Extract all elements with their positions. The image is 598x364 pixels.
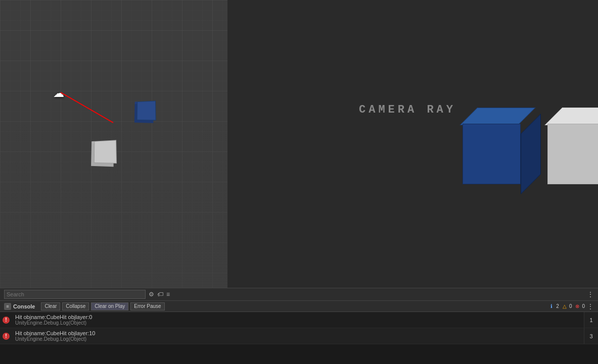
warning-icon: △ — [561, 303, 568, 310]
collapse-button[interactable]: Collapse — [62, 302, 89, 310]
console-badges: ℹ 2 △ 0 ⊗ 0 ⋮ — [548, 302, 594, 310]
menu-dots[interactable]: ⋮ — [587, 290, 594, 298]
camera-ray-label: CAMERA RAY — [359, 103, 456, 116]
layers-icon[interactable]: ≡ — [166, 291, 170, 298]
log-line1-1: Hit objname:CubeHit objlayer:0 — [15, 314, 581, 320]
scene-view[interactable]: ☁ — [0, 0, 227, 288]
ray-line — [61, 92, 114, 123]
info-badge: ℹ 2 — [548, 303, 559, 310]
search-input[interactable] — [4, 290, 146, 299]
error-badge: ⊗ 0 — [574, 303, 585, 310]
tag-icon[interactable]: 🏷 — [157, 291, 163, 298]
error-icon: ⊗ — [574, 303, 581, 310]
log-line1-2: Hit objname:CubeHit objlayer:10 — [15, 330, 581, 336]
console-title: ≡ Console — [4, 303, 35, 310]
log-entry-2[interactable]: ! Hit objname:CubeHit objlayer:10 UnityE… — [0, 328, 598, 344]
log-error-icon-2: ! — [3, 333, 10, 340]
log-text-col-2: Hit objname:CubeHit objlayer:10 UnityEng… — [12, 328, 584, 344]
log-entry-1[interactable]: ! Hit objname:CubeHit objlayer:0 UnityEn… — [0, 312, 598, 328]
gray-cube-front — [547, 124, 598, 184]
clear-button[interactable]: Clear — [41, 302, 60, 310]
console-icon: ≡ — [4, 303, 11, 310]
log-count-2: 3 — [584, 328, 598, 344]
console-menu-icon[interactable]: ⋮ — [587, 302, 594, 310]
blue-cube-small — [137, 100, 156, 120]
bottom-toolbar: ⚙ 🏷 ≡ ⋮ — [0, 288, 598, 300]
log-icon-col-2: ! — [0, 328, 12, 344]
scene-grid: ☁ — [0, 0, 227, 288]
log-line2-1: UnityEngine.Debug.Log(Object) — [15, 320, 581, 326]
info-icon: ℹ — [548, 303, 555, 310]
error-pause-button[interactable]: Error Pause — [130, 302, 164, 310]
blue-cube-right — [521, 114, 541, 194]
clear-on-play-button[interactable]: Clear on Play — [91, 302, 128, 310]
console-panel: ≡ Console Clear Collapse Clear on Play E… — [0, 300, 598, 364]
log-text-col-1: Hit objname:CubeHit objlayer:0 UnityEngi… — [12, 312, 584, 328]
console-header: ≡ Console Clear Collapse Clear on Play E… — [0, 301, 598, 312]
white-cube-small — [94, 140, 117, 164]
blue-cube-top — [460, 108, 536, 125]
main-area: ☁ CAMERA RAY — [0, 0, 598, 288]
log-line2-2: UnityEngine.Debug.Log(Object) — [15, 336, 581, 342]
warning-badge: △ 0 — [561, 303, 572, 310]
filter-icon[interactable]: ⚙ — [149, 291, 154, 298]
log-icon-col-1: ! — [0, 312, 12, 328]
console-log[interactable]: ! Hit objname:CubeHit objlayer:0 UnityEn… — [0, 312, 598, 364]
game-view[interactable]: CAMERA RAY — [227, 0, 598, 288]
toolbar-left: ⚙ 🏷 ≡ — [4, 290, 232, 299]
log-count-1: 1 — [584, 312, 598, 328]
blue-cube-front — [463, 124, 521, 184]
log-error-icon-1: ! — [3, 317, 10, 324]
gray-cube-top — [545, 108, 599, 125]
